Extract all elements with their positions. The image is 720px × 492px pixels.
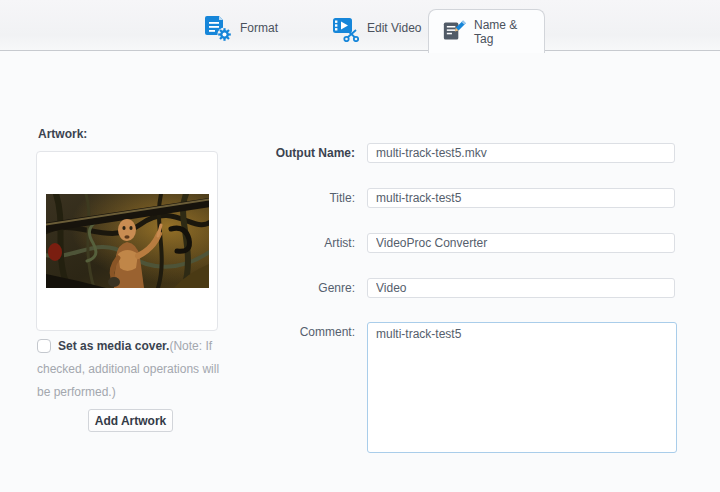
tab-bar: Format Edit Video	[0, 0, 720, 51]
artist-label: Artist:	[230, 233, 367, 253]
set-media-cover-checkbox[interactable]	[37, 339, 51, 353]
output-name-label: Output Name:	[230, 143, 367, 163]
genre-row: Genre:	[230, 278, 675, 298]
genre-input[interactable]	[367, 278, 675, 298]
name-tag-document-pencil-icon	[443, 18, 466, 45]
artwork-section-label: Artwork:	[38, 127, 87, 141]
output-name-row: Output Name:	[230, 143, 675, 163]
tab-name-tag[interactable]: Name & Tag	[428, 9, 545, 53]
media-cover-option: Set as media cover.(Note: If checked, ad…	[37, 335, 235, 404]
genre-label: Genre:	[230, 278, 367, 298]
edit-video-scissors-icon	[332, 15, 359, 42]
comment-textarea[interactable]: multi-track-test5	[367, 322, 677, 453]
title-label: Title:	[230, 188, 367, 208]
tab-format[interactable]: Format	[205, 14, 278, 42]
comment-label: Comment:	[230, 322, 367, 453]
artist-row: Artist:	[230, 233, 675, 253]
tab-edit-video[interactable]: Edit Video	[332, 14, 422, 42]
title-input[interactable]	[367, 188, 675, 208]
tab-name-tag-label: Name & Tag	[474, 18, 530, 46]
name-tag-panel: Artwork:	[0, 52, 720, 492]
artwork-preview-frame	[36, 151, 218, 331]
title-row: Title:	[230, 188, 675, 208]
artist-input[interactable]	[367, 233, 675, 253]
comment-row: Comment: multi-track-test5	[230, 322, 677, 453]
output-name-input[interactable]	[367, 143, 675, 163]
set-media-cover-label: Set as media cover.	[58, 339, 169, 353]
artwork-thumbnail-image	[46, 194, 209, 288]
format-document-gear-icon	[205, 15, 232, 42]
tab-format-label: Format	[240, 21, 278, 35]
tab-edit-video-label: Edit Video	[367, 21, 422, 35]
add-artwork-button[interactable]: Add Artwork	[88, 409, 173, 432]
